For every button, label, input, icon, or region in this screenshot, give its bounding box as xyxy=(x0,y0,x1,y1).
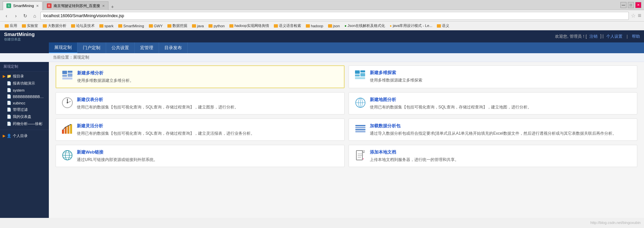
browser-menu-icon[interactable]: ≡ xyxy=(638,12,641,19)
bookmark-star-icon[interactable]: ☆ xyxy=(631,12,636,19)
tab-close-1[interactable]: ✕ xyxy=(36,4,39,8)
card-load-data-pack[interactable]: 加载数据分析包 通过导入数据分析包或符合指定要求(清单式且从A1单元格开始填充的… xyxy=(349,119,638,141)
tab-close-2[interactable]: ✕ xyxy=(102,4,105,8)
nav-item-public[interactable]: 公共设置 xyxy=(106,42,135,53)
card-content-flexible: 新建灵活分析 使用已有的数据集【包括可视化查询，SQL查询，存储过程查询】，建立… xyxy=(77,123,339,136)
card-icon-data-pack xyxy=(354,123,366,135)
forward-button[interactable]: › xyxy=(12,12,20,20)
card-title-data-pack[interactable]: 加载数据分析包 xyxy=(370,123,632,129)
tab-baidu[interactable]: B 南京驾驶证转到苏州_百度搜 ✕ xyxy=(43,1,108,10)
separator-2: ｜ xyxy=(625,34,629,39)
nav-item-publish[interactable]: 目录发布 xyxy=(159,42,188,53)
svg-rect-18 xyxy=(67,126,69,134)
app-logo-title: SmartMining xyxy=(4,31,35,37)
bookmark-smartmining[interactable]: SmartMining xyxy=(116,23,146,29)
card-new-multi-analysis[interactable]: 新建多维分析 使用多维数据源建立多维分析。 xyxy=(56,65,345,88)
card-new-multi-search[interactable]: 新建多维探索 使用多维数据源建立多维探索 xyxy=(349,65,638,88)
bookmark-bigdata[interactable]: 大数据分析 xyxy=(41,23,68,29)
sidebar-item-xubincc[interactable]: 📄 xubincc xyxy=(0,100,49,106)
nav-item-macro[interactable]: 宏管理 xyxy=(135,42,159,53)
sidebar-item-bbb[interactable]: 📄 BBBBBBBBBBBBBBB xyxy=(0,93,49,100)
tab-smartmining[interactable]: S SmartMining ✕ xyxy=(3,1,42,10)
card-content-dashboard: 新建仪表分析 使用已有的数据集【包括可视化查询，SQL查询，存储过程查询】，建立… xyxy=(77,97,339,110)
sidebar-item-my-dashboard[interactable]: 📄 我的仪表盘 xyxy=(0,113,49,120)
bookmark-json-online[interactable]: ● Json在线解析及格式化 xyxy=(343,23,387,29)
main-content: 新建多维分析 使用多维数据源建立多维分析。 xyxy=(49,62,644,218)
bookmark-python[interactable]: python xyxy=(206,23,227,29)
bookmark-json[interactable]: json xyxy=(326,23,342,29)
card-content-multi-analysis: 新建多维分析 使用多维数据源建立多维分析。 xyxy=(77,70,339,84)
bookmark-lab[interactable]: 实验室 xyxy=(20,23,40,29)
bookmark-label: hadoop xyxy=(311,24,323,28)
address-input[interactable] xyxy=(40,12,629,20)
svg-rect-7 xyxy=(360,70,365,72)
bookmark-yiyi[interactable]: 语义 xyxy=(435,23,451,29)
svg-rect-6 xyxy=(355,74,360,76)
svg-rect-0 xyxy=(62,71,67,74)
nav-item-portal[interactable]: 门户定制 xyxy=(77,42,106,53)
new-tab-button[interactable]: + xyxy=(109,3,116,10)
bookmark-java-patterns[interactable]: ● java常用设计模式 - Le... xyxy=(388,23,434,29)
card-add-local-doc[interactable]: ? 添加本地文档 上传本地文档到服务器，进行统一的管理和共享。 xyxy=(349,145,638,167)
bookmark-java[interactable]: java xyxy=(190,23,206,29)
card-new-dashboard[interactable]: 新建仪表分析 使用已有的数据集【包括可视化查询，SQL查询，存储过程查询】，建立… xyxy=(56,92,345,115)
sidebar-item-label: 管理过滤 xyxy=(13,107,28,112)
header-right: 欢迎您, 管理员！[ 注销 ] | 个人设置 ｜ 帮助 xyxy=(555,34,640,39)
bookmark-label: java xyxy=(197,24,204,28)
maximize-button[interactable]: □ xyxy=(628,2,634,8)
card-desc-multi-analysis: 使用多维数据源建立多维分析。 xyxy=(77,77,339,84)
sidebar-item-personal[interactable]: ▶ 👤 个人目录 xyxy=(0,132,49,139)
sidebar-item-filter[interactable]: 📄 管理过滤 xyxy=(0,106,49,113)
browser-chrome: S SmartMining ✕ B 南京驾驶证转到苏州_百度搜 ✕ + — □ … xyxy=(0,0,644,30)
content-grid: 新建多维分析 使用多维数据源建立多维分析。 xyxy=(56,65,637,167)
app-logo: SmartMining 创建仪表盘 xyxy=(4,31,35,42)
logout-link[interactable]: 注销 xyxy=(589,34,598,39)
nav-item-display[interactable]: 展现定制 xyxy=(49,42,77,53)
sidebar-item-drug[interactable]: 📄 药物分析——徐彬 xyxy=(0,120,49,127)
card-new-map[interactable]: 新建地图分析 使用已有的数据集【包括可视化查询，SQL查询，存储过程查询】，建立… xyxy=(349,92,638,115)
folder-icon xyxy=(437,24,441,28)
bookmark-label: 语义 xyxy=(442,23,449,28)
back-button[interactable]: ‹ xyxy=(3,12,10,20)
folder-icon xyxy=(167,24,171,28)
home-button[interactable]: ⌂ xyxy=(31,12,38,20)
help-link[interactable]: 帮助 xyxy=(632,34,640,39)
bookmark-forum[interactable]: 论坛及技术 xyxy=(69,23,97,29)
bookmark-gwy[interactable]: GWY xyxy=(147,23,165,29)
bookmark-label: 大数据分析 xyxy=(48,23,66,28)
bookmark-semantic[interactable]: 语义语音检索 xyxy=(272,23,303,29)
sidebar-item-catalog[interactable]: ▶ 📁 报目录 xyxy=(0,73,49,80)
sidebar-item-demo[interactable]: 📄 报表功能演示 xyxy=(0,80,49,87)
nav-spacer xyxy=(0,42,49,53)
refresh-button[interactable]: ↻ xyxy=(22,12,29,20)
card-title-flexible[interactable]: 新建灵活分析 xyxy=(77,123,339,129)
card-icon-dashboard xyxy=(61,97,73,109)
card-title-multi-search[interactable]: 新建多维探索 xyxy=(370,70,632,76)
card-title-local-doc[interactable]: 添加本地文档 xyxy=(370,149,632,155)
minimize-button[interactable]: — xyxy=(620,2,626,8)
card-new-web-link[interactable]: 新建Web链接 通过URL可链接内部资源或链接到外部系统。 xyxy=(56,145,345,167)
card-title-multi-analysis[interactable]: 新建多维分析 xyxy=(77,70,339,76)
bookmark-hadoop-nlp[interactable]: hadoop实现网络舆情 xyxy=(227,23,271,29)
close-button[interactable]: ✕ xyxy=(635,2,641,8)
card-new-flexible[interactable]: 新建灵活分析 使用已有的数据集【包括可视化查询，SQL查询，存储过程查询】，建立… xyxy=(56,119,345,141)
sidebar-personal-label: 个人目录 xyxy=(13,133,28,138)
svg-rect-19 xyxy=(70,124,72,134)
bookmark-apps[interactable]: 应用 xyxy=(3,23,19,29)
bookmark-spark[interactable]: spark xyxy=(97,23,116,29)
bookmark-datamining[interactable]: 数据挖掘 xyxy=(165,23,189,29)
nav-wrapper: 展现定制 门户定制 公共设置 宏管理 目录发布 xyxy=(0,42,644,53)
bookmark-hadoop[interactable]: hadoop xyxy=(304,23,325,29)
svg-rect-9 xyxy=(355,77,365,79)
settings-link[interactable]: 个人设置 xyxy=(606,34,622,39)
card-desc-data-pack: 通过导入数据分析包或符合指定要求(清单式且从A1单元格开始填充的Excel数据文… xyxy=(370,130,632,136)
card-title-web-link[interactable]: 新建Web链接 xyxy=(77,149,339,155)
card-title-map[interactable]: 新建地图分析 xyxy=(370,97,632,103)
sidebar-item-system[interactable]: 📄 system xyxy=(0,87,49,93)
svg-rect-8 xyxy=(360,73,365,76)
card-title-dashboard[interactable]: 新建仪表分析 xyxy=(77,97,339,103)
bookmark-label: 实验室 xyxy=(27,23,38,28)
app-header: SmartMining 创建仪表盘 欢迎您, 管理员！[ 注销 ] | 个人设置… xyxy=(0,30,644,42)
bookmarks-bar: 应用 实验室 大数据分析 论坛及技术 spark SmartMining GWY xyxy=(0,22,644,30)
bookmark-label: json xyxy=(333,24,340,28)
